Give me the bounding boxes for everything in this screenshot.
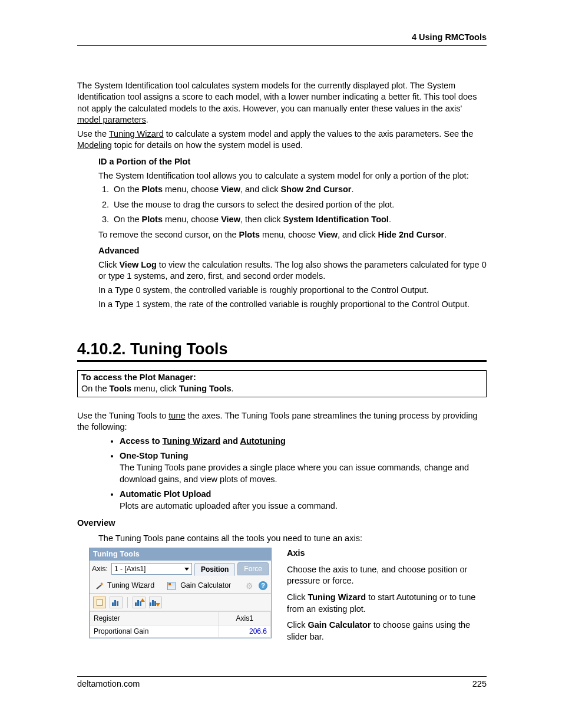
feature-auto-upload: Automatic Plot Upload Plots are automati… — [120, 489, 487, 512]
text-bold: Gain Calculator — [308, 620, 371, 630]
tuning-wizard-link[interactable]: Tuning Wizard — [107, 581, 154, 591]
footer-page-number: 225 — [472, 678, 487, 690]
toolbar-btn-2[interactable] — [110, 597, 123, 608]
toolbar-btn-4[interactable] — [149, 597, 162, 608]
cell-name: Proportional Gain — [90, 625, 219, 638]
text: menu, choose — [260, 230, 318, 239]
remove-cursor-note: To remove the second cursor, on the Plot… — [98, 229, 487, 241]
feature-desc: Plots are automatic uploaded after you i… — [120, 500, 487, 512]
text: On the — [114, 215, 142, 224]
use-paragraph: Use the Tuning Tools to tune the axes. T… — [77, 410, 487, 433]
help-icon[interactable]: ? — [259, 581, 267, 590]
id-portion-intro: The System Identification tool allows yo… — [98, 170, 487, 182]
page-footer: deltamotion.com 225 — [77, 676, 487, 690]
text-bold: Plots — [142, 215, 163, 224]
wand-icon — [95, 582, 103, 589]
advanced-text-2: In a Type 0 system, the controlled varia… — [98, 285, 487, 297]
link-autotuning[interactable]: Autotuning — [240, 436, 286, 446]
panel-toolbar — [90, 594, 271, 611]
text: to calculate a system model and apply th… — [164, 129, 474, 139]
link-tuning-wizard[interactable]: Tuning Wizard — [109, 129, 164, 139]
text-bold: View — [221, 215, 240, 224]
text-bold: System Identification Tool — [283, 215, 388, 224]
text: . — [352, 185, 354, 194]
advanced-text-1: Click View Log to view the calculation r… — [98, 259, 487, 282]
text-bold: View Log — [119, 260, 156, 269]
text: To remove the second cursor, on the — [98, 230, 239, 239]
text: Click — [287, 592, 308, 602]
cell-value[interactable]: 206.6 — [219, 625, 270, 638]
chevron-down-icon — [184, 568, 189, 571]
text: The System Identification tool calculate… — [77, 81, 477, 113]
panel-title: Tuning Tools — [90, 548, 271, 561]
subheading-id-portion: ID a Portion of the Plot — [98, 156, 487, 168]
text: , and click — [338, 230, 378, 239]
gain-calc-desc: Click Gain Calculator to choose gains us… — [287, 620, 487, 643]
text: to view the calculation results. The log… — [98, 260, 487, 281]
calculator-icon — [167, 582, 176, 590]
intro-paragraph-2: Use the Tuning Wizard to calculate a sys… — [77, 129, 487, 151]
feature-onestop: One-Stop Tuning The Tuning Tools pane pr… — [120, 450, 487, 485]
gain-calculator-link[interactable]: Gain Calculator — [180, 581, 231, 591]
link-model-parameters[interactable]: model parameters — [77, 115, 146, 124]
text: Use the — [77, 129, 109, 139]
tab-position[interactable]: Position — [194, 563, 235, 576]
panel-description: Axis Choose the axis to tune, and choose… — [272, 548, 487, 647]
toolbar-btn-3[interactable] — [133, 597, 146, 608]
axis-desc-heading: Axis — [287, 548, 305, 558]
feature-title: One-Stop Tuning — [120, 451, 189, 460]
text: topic for details on how the system mode… — [112, 140, 303, 150]
text-bold: Plots — [142, 185, 163, 194]
text: Access to — [120, 436, 163, 446]
table-row: Proportional Gain 206.6 — [90, 625, 271, 638]
feature-list: Access to Tuning Wizard and Autotuning O… — [109, 436, 487, 512]
text: On the — [114, 185, 142, 194]
tab-force[interactable]: Force — [237, 562, 269, 575]
tuning-wizard-desc: Click Tuning Wizard to start Autotuning … — [287, 592, 487, 615]
access-box: To access the Plot Manager: On the Tools… — [77, 370, 487, 397]
link-tune[interactable]: tune — [168, 411, 185, 420]
toolbar-separator — [127, 597, 128, 608]
text-bold: Tuning Wizard — [308, 592, 366, 602]
text: menu, click — [131, 384, 179, 393]
text-bold: Show 2nd Cursor — [280, 185, 351, 194]
link-modeling[interactable]: Modeling — [77, 140, 112, 150]
advanced-text-3: In a Type 1 system, the rate of the cont… — [98, 299, 487, 311]
feature-access: Access to Tuning Wizard and Autotuning — [120, 436, 487, 447]
text: . — [444, 230, 447, 239]
text-bold: View — [221, 185, 240, 194]
text: On the — [81, 384, 110, 393]
col-register: Register — [90, 612, 219, 625]
link-tuning-wizard-2[interactable]: Tuning Wizard — [163, 436, 221, 446]
text: . — [232, 384, 234, 393]
col-axis: Axis1 — [219, 612, 270, 625]
step-2: Use the mouse to drag the cursors to sel… — [111, 199, 487, 211]
access-text: On the Tools menu, click Tuning Tools. — [81, 383, 482, 395]
gear-icon[interactable]: ⚙ — [246, 582, 254, 590]
feature-desc: The Tuning Tools pane provides a single … — [120, 462, 487, 485]
text-bold: Plots — [239, 230, 260, 239]
text: menu, choose — [163, 185, 221, 194]
tuning-tools-panel: Tuning Tools Axis: 1 - [Axis1] Position … — [89, 548, 272, 638]
text: , and click — [240, 185, 281, 194]
overview-heading: Overview — [77, 518, 487, 529]
text: Click — [287, 620, 308, 630]
text: menu, choose — [163, 215, 221, 224]
text: , then click — [240, 215, 283, 224]
axis-select-value: 1 - [Axis1] — [114, 564, 146, 574]
intro-paragraph-1: The System Identification tool calculate… — [77, 80, 487, 126]
section-heading: 4.10.2. Tuning Tools — [77, 338, 487, 361]
subheading-advanced: Advanced — [98, 245, 487, 257]
page-header: 4 Using RMCTools — [77, 32, 487, 46]
text: Use the Tuning Tools to — [77, 411, 168, 420]
text-bold: Tools — [110, 384, 132, 393]
text-bold: View — [318, 230, 338, 239]
text: Click — [98, 260, 119, 269]
steps-list: On the Plots menu, choose View, and clic… — [98, 184, 487, 226]
text: and — [220, 436, 240, 446]
toolbar-btn-1[interactable] — [93, 597, 106, 608]
text: . — [389, 215, 391, 224]
axis-select[interactable]: 1 - [Axis1] — [111, 563, 192, 575]
step-1: On the Plots menu, choose View, and clic… — [111, 184, 487, 196]
text-bold: Tuning Tools — [179, 384, 232, 393]
